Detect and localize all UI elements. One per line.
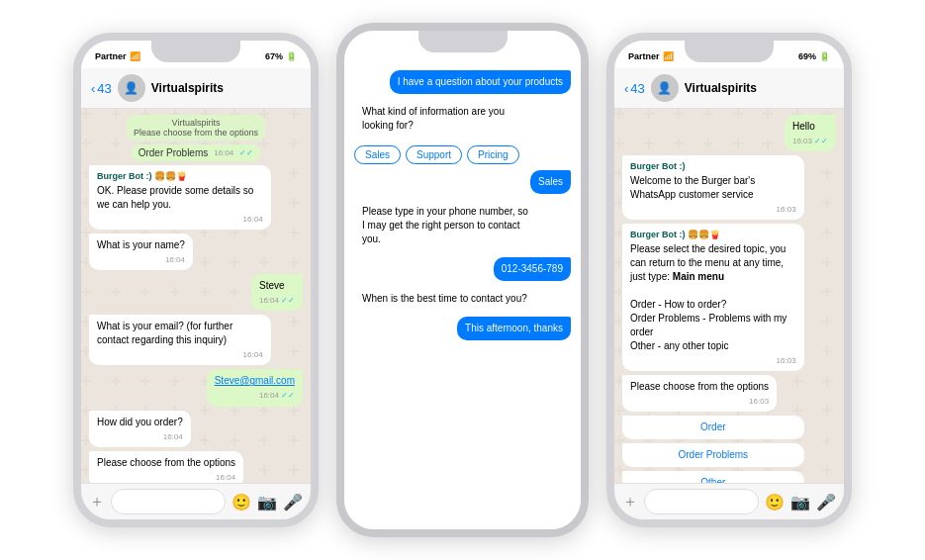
system-label-1: Order Problems 16:04 ✓✓ — [89, 144, 303, 161]
option-order[interactable]: Order — [622, 416, 804, 439]
contact-name-3: Virtualspirits — [685, 81, 757, 95]
outgoing-sales: Sales — [354, 170, 571, 194]
battery-pct-3: 69% — [798, 51, 816, 61]
carrier-3: Partner — [628, 51, 660, 61]
phones-container: Partner 📶 16:04 67% 🔋 ‹ 43 👤 — [53, 3, 872, 557]
option-support[interactable]: Support — [406, 145, 462, 164]
option-order-problems[interactable]: Order Problems — [622, 443, 804, 467]
incoming-time-q: When is the best time to contact you? — [354, 287, 571, 311]
incoming-phone-q: Please type in your phone number, so I m… — [354, 200, 571, 251]
battery-pct-1: 67% — [265, 51, 283, 61]
message-input-3[interactable] — [644, 489, 759, 514]
chat-area-1: Virtualspirits Please choose from the op… — [81, 109, 311, 483]
bot-welcome: Burger Bot :) Welcome to the Burger bar'… — [622, 155, 836, 220]
outgoing-name: Steve 16:04 ✓✓ — [89, 274, 303, 311]
incoming-choose-3: Please choose from the options 16:03 — [622, 375, 836, 412]
incoming-info-q: What kind of information are you looking… — [354, 100, 571, 138]
chat-area-3: Hello 16:03 ✓✓ Burger Bot :) Welcome to … — [614, 109, 844, 483]
plus-icon-1[interactable]: ＋ — [89, 492, 105, 513]
option-sales[interactable]: Sales — [354, 145, 401, 164]
bot-menu: Burger Bot :) 🍔🍔🍟 Please select the desi… — [622, 224, 836, 371]
options-row-2: Sales Support Pricing — [354, 145, 519, 164]
notch-3 — [685, 41, 774, 62]
wa-header-3: ‹ 43 👤 Virtualspirits — [614, 68, 844, 109]
notch-2 — [418, 31, 508, 52]
option-other[interactable]: Other — [622, 471, 804, 483]
bot-msg-1: Burger Bot :) 🍔🍔🍟 OK. Please provide som… — [89, 165, 303, 230]
incoming-email-q: What is your email? (for further contact… — [89, 315, 303, 365]
mic-icon-3[interactable]: 🎤 — [816, 493, 836, 512]
plus-icon-3[interactable]: ＋ — [622, 492, 638, 513]
back-btn-3[interactable]: ‹ 43 — [624, 81, 645, 96]
input-bar-3: ＋ 🙂 📷 🎤 — [614, 483, 844, 519]
outgoing-question: I have a question about your products — [354, 70, 571, 94]
sticker-icon-1[interactable]: 🙂 — [231, 493, 251, 512]
incoming-choose: Please choose from the options 16:04 — [89, 451, 303, 483]
avatar-3: 👤 — [651, 74, 679, 102]
camera-icon-1[interactable]: 📷 — [257, 493, 277, 512]
incoming-name-q: What is your name? 16:04 — [89, 233, 303, 270]
mic-icon-1[interactable]: 🎤 — [283, 493, 303, 512]
carrier-1: Partner — [95, 51, 127, 61]
sticker-icon-3[interactable]: 🙂 — [765, 493, 785, 512]
outgoing-time: This afternoon, thanks — [354, 317, 571, 340]
option-pricing[interactable]: Pricing — [467, 145, 519, 164]
camera-icon-3[interactable]: 📷 — [790, 493, 810, 512]
incoming-order-q: How did you order? 16:04 — [89, 411, 303, 447]
outgoing-email: Steve@gmail.com 16:04 ✓✓ — [89, 369, 303, 406]
phone-3: Partner 📶 16:03 69% 🔋 ‹ 43 👤 — [606, 33, 852, 527]
outgoing-phone: 012-3456-789 — [354, 257, 571, 281]
wa-header-1: ‹ 43 👤 Virtualspirits — [81, 68, 311, 109]
notch-1 — [151, 41, 240, 62]
input-bar-1: ＋ 🙂 📷 🎤 — [81, 483, 311, 519]
message-input-1[interactable] — [111, 489, 226, 514]
phone-1: Partner 📶 16:04 67% 🔋 ‹ 43 👤 — [73, 33, 319, 527]
phone-2: I have a question about your products Wh… — [336, 23, 589, 537]
contact-name-1: Virtualspirits — [151, 81, 224, 95]
chat-area-2: I have a question about your products Wh… — [344, 58, 581, 529]
avatar-1: 👤 — [118, 74, 145, 102]
back-btn-1[interactable]: ‹ 43 — [91, 81, 112, 96]
outgoing-hello: Hello 16:03 ✓✓ — [622, 115, 836, 151]
system-msg-top: Virtualspirits Please choose from the op… — [89, 115, 303, 140]
